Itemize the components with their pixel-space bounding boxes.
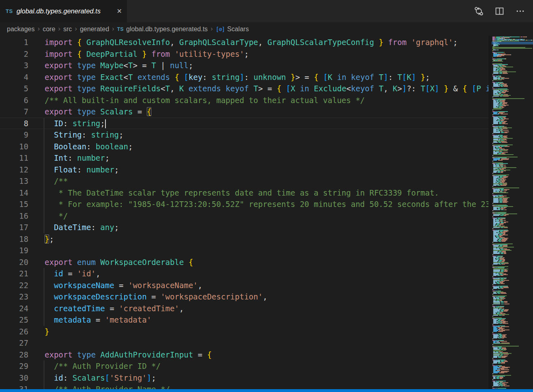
open-changes-icon[interactable] <box>474 6 484 16</box>
breadcrumb-item-global-db-types-generated-ts[interactable]: TSglobal.db.types.generated.ts <box>117 26 208 33</box>
code-line[interactable]: 1import { GraphQLResolveInfo, GraphQLSca… <box>0 37 488 48</box>
code-line[interactable]: 17 DateTime: any; <box>0 222 488 233</box>
line-number[interactable]: 26 <box>0 326 28 338</box>
minimap-token <box>492 61 503 62</box>
code-token: ; <box>105 153 110 162</box>
code-line[interactable]: 29 /** Auth Provider ID */ <box>0 360 488 372</box>
line-number[interactable]: 29 <box>0 360 28 372</box>
code-line[interactable]: 23 workspaceDescription = 'workspaceDesc… <box>0 291 488 303</box>
line-number[interactable]: 14 <box>0 187 28 199</box>
code-line[interactable]: 22 workspaceName = 'workspaceName', <box>0 280 488 291</box>
code-token: type <box>77 73 96 82</box>
more-actions-icon[interactable] <box>516 6 525 16</box>
line-number[interactable]: 11 <box>0 152 28 164</box>
line-number[interactable]: 24 <box>0 303 28 314</box>
code-line[interactable]: 20export enum WorkspaceOrderable { <box>0 256 488 268</box>
editor-actions <box>474 0 533 22</box>
code-line[interactable]: 21 id = 'id', <box>0 268 488 280</box>
code-token: GraphQLResolveInfo <box>86 38 170 47</box>
code-line[interactable]: 10 Boolean: boolean; <box>0 141 488 153</box>
code-line[interactable]: 26} <box>0 326 488 338</box>
line-number[interactable]: 10 <box>0 141 28 153</box>
line-number[interactable]: 20 <box>0 256 28 268</box>
line-number[interactable]: 21 <box>0 268 28 280</box>
code-token <box>406 38 411 47</box>
line-number[interactable]: 13 <box>0 175 28 187</box>
line-number[interactable]: 6 <box>0 95 28 106</box>
code-line[interactable]: 6/** All built-in and custom scalars, ma… <box>0 95 488 106</box>
code-token: { <box>277 84 281 93</box>
code-token <box>374 84 379 93</box>
line-number[interactable]: 8 <box>0 118 28 129</box>
breadcrumb-item-scalars[interactable]: [⊘]Scalars <box>216 26 249 33</box>
line-number[interactable]: 18 <box>0 233 28 245</box>
minimap-token <box>504 170 506 171</box>
minimap-token <box>493 315 498 316</box>
line-number[interactable]: 5 <box>0 83 28 95</box>
code-line[interactable]: 13 /** <box>0 175 488 187</box>
line-number[interactable]: 17 <box>0 222 28 233</box>
line-number[interactable]: 1 <box>0 37 28 48</box>
line-number[interactable]: 30 <box>0 372 28 384</box>
code-line[interactable]: 15 * For example: "1985-04-12T23:20:50.5… <box>0 198 488 210</box>
line-number[interactable]: 23 <box>0 291 28 303</box>
code-line[interactable]: 11 Int: number; <box>0 152 488 164</box>
line-number[interactable]: 31 <box>0 383 28 389</box>
minimap-token <box>492 294 493 295</box>
minimap-token <box>493 288 497 289</box>
minimap-token <box>498 50 499 50</box>
code-line[interactable]: 14 * The DateTime scalar type represents… <box>0 187 488 199</box>
minimap-token <box>500 378 503 379</box>
line-number[interactable]: 22 <box>0 280 28 291</box>
breadcrumb-item-core[interactable]: core <box>43 26 55 33</box>
code-token: K <box>407 73 411 82</box>
breadcrumb-item-packages[interactable]: packages <box>7 26 35 33</box>
line-number[interactable]: 12 <box>0 164 28 176</box>
line-number[interactable]: 7 <box>0 106 28 118</box>
code-area[interactable]: 1import { GraphQLResolveInfo, GraphQLSca… <box>0 37 488 389</box>
line-number[interactable]: 9 <box>0 129 28 141</box>
code-line[interactable]: 31 /** Auth Provider Name */ <box>0 383 488 389</box>
line-number[interactable]: 3 <box>0 60 28 71</box>
code-line[interactable]: 28export type AddAuthProviderInput = { <box>0 349 488 361</box>
code-line[interactable]: 8 ID: string; <box>0 118 488 129</box>
code-line[interactable]: 18}; <box>0 233 488 245</box>
code-line[interactable]: 2import { DeepPartial } from 'utility-ty… <box>0 48 488 60</box>
code-line[interactable]: 5export type RequireFields<T, K extends … <box>0 83 488 95</box>
code-line[interactable]: 7export type Scalars = { <box>0 106 488 118</box>
code-line[interactable]: 9 String: string; <box>0 129 488 141</box>
code-line[interactable]: 27 <box>0 337 488 349</box>
close-icon[interactable]: ✕ <box>117 7 122 15</box>
split-editor-icon[interactable] <box>495 6 504 16</box>
line-number[interactable]: 15 <box>0 198 28 210</box>
minimap-token <box>504 55 504 56</box>
line-number[interactable]: 16 <box>0 210 28 222</box>
code-token: T <box>128 61 133 70</box>
line-number[interactable]: 2 <box>0 48 28 60</box>
code-line[interactable]: 19 <box>0 245 488 256</box>
breadcrumb-item-generated[interactable]: generated <box>80 26 109 33</box>
line-number[interactable]: 28 <box>0 349 28 361</box>
minimap-token <box>497 283 500 284</box>
minimap[interactable] <box>492 36 533 389</box>
tab-global-db-types-generated-ts[interactable]: TS global.db.types.generated.ts ✕ <box>0 0 127 22</box>
line-number[interactable]: 25 <box>0 314 28 326</box>
line-number[interactable]: 19 <box>0 245 28 256</box>
code-line[interactable]: 16 */ <box>0 210 488 222</box>
breadcrumb-item-src[interactable]: src <box>63 26 72 33</box>
code-line[interactable]: 3export type Maybe<T> = T | null; <box>0 60 488 71</box>
line-number[interactable]: 4 <box>0 71 28 83</box>
line-number[interactable]: 27 <box>0 337 28 349</box>
code-token: from <box>151 50 170 58</box>
breadcrumb-label: generated <box>80 26 109 33</box>
code-line[interactable]: 30 id: Scalars['String']; <box>0 372 488 384</box>
code-line[interactable]: 12 Float: number; <box>0 164 488 176</box>
code-token: type <box>77 84 96 93</box>
code-line[interactable]: 4export type Exact<T extends { [key: str… <box>0 71 488 83</box>
minimap-token <box>502 93 505 93</box>
minimap-token <box>498 363 501 364</box>
minimap-token <box>520 37 520 37</box>
code-line[interactable]: 24 createdTime = 'createdTime', <box>0 303 488 314</box>
code-line[interactable]: 25 metadata = 'metadata' <box>0 314 488 326</box>
minimap-token <box>501 326 509 327</box>
